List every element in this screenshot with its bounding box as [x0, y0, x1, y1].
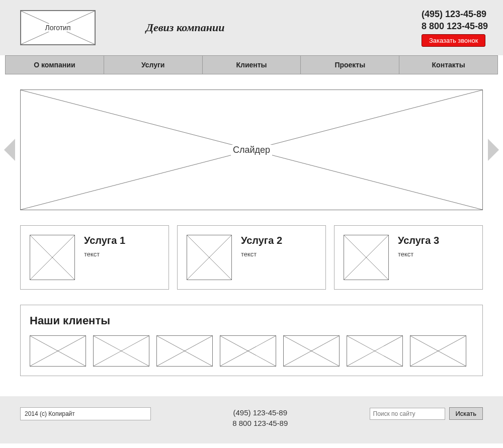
- service-text: текст: [398, 250, 439, 258]
- service-image-placeholder: [30, 235, 75, 280]
- services-row: Услуга 1 текст Услуга 2 текст Услуга 3 т…: [20, 225, 483, 290]
- slider-section: Слайдер: [20, 89, 483, 210]
- nav-clients[interactable]: Клиенты: [203, 56, 301, 74]
- callback-button[interactable]: Заказать звонок: [422, 34, 485, 47]
- client-logo-placeholder[interactable]: [93, 335, 149, 367]
- service-card[interactable]: Услуга 1 текст: [20, 225, 169, 290]
- logo-placeholder[interactable]: Логотип: [20, 10, 96, 45]
- nav-projects[interactable]: Проекты: [301, 56, 399, 74]
- company-slogan: Девиз компании: [131, 21, 422, 34]
- search-input[interactable]: [370, 408, 445, 420]
- clients-heading: Наши клиенты: [30, 314, 473, 327]
- header: Логотип Девиз компании (495) 123-45-89 8…: [0, 0, 503, 55]
- search-group: Искать: [370, 407, 483, 420]
- slider-prev-icon[interactable]: [4, 139, 15, 161]
- footer-phone-primary: (495) 123-45-89: [171, 407, 350, 418]
- footer-phone-secondary: 8 800 123-45-89: [171, 418, 350, 428]
- search-button[interactable]: Искать: [449, 407, 483, 420]
- client-logo-placeholder[interactable]: [220, 335, 276, 367]
- nav-services[interactable]: Услуги: [104, 56, 203, 74]
- client-logo-placeholder[interactable]: [347, 335, 403, 367]
- logo-label: Логотип: [43, 24, 72, 32]
- nav-about[interactable]: О компании: [6, 56, 104, 74]
- service-text: текст: [241, 250, 282, 258]
- clients-section: Наши клиенты: [20, 305, 483, 376]
- client-logo-placeholder[interactable]: [283, 335, 340, 367]
- service-image-placeholder: [187, 235, 232, 280]
- service-card[interactable]: Услуга 3 текст: [334, 225, 483, 290]
- phone-primary: (495) 123-45-89: [422, 9, 488, 20]
- service-text: текст: [84, 250, 125, 258]
- slider-placeholder[interactable]: Слайдер: [20, 89, 483, 210]
- phone-secondary: 8 800 123-45-89: [422, 21, 488, 32]
- client-logo-placeholder[interactable]: [156, 335, 213, 367]
- client-logo-placeholder[interactable]: [410, 335, 466, 367]
- main-nav: О компании Услуги Клиенты Проекты Контак…: [5, 55, 498, 74]
- service-image-placeholder: [344, 235, 389, 280]
- header-contacts: (495) 123-45-89 8 800 123-45-89 Заказать…: [422, 9, 488, 47]
- clients-row: [30, 335, 473, 367]
- service-title: Услуга 2: [241, 235, 282, 246]
- copyright-text: 2014 (с) Копирайт: [20, 407, 151, 420]
- service-title: Услуга 1: [84, 235, 125, 246]
- service-title: Услуга 3: [398, 235, 439, 246]
- footer: 2014 (с) Копирайт (495) 123-45-89 8 800 …: [0, 396, 503, 443]
- service-card[interactable]: Услуга 2 текст: [177, 225, 326, 290]
- slider-label: Слайдер: [231, 145, 272, 155]
- footer-phones: (495) 123-45-89 8 800 123-45-89: [171, 407, 350, 428]
- slider-next-icon[interactable]: [488, 139, 499, 161]
- nav-contacts[interactable]: Контакты: [399, 56, 497, 74]
- client-logo-placeholder[interactable]: [30, 335, 86, 367]
